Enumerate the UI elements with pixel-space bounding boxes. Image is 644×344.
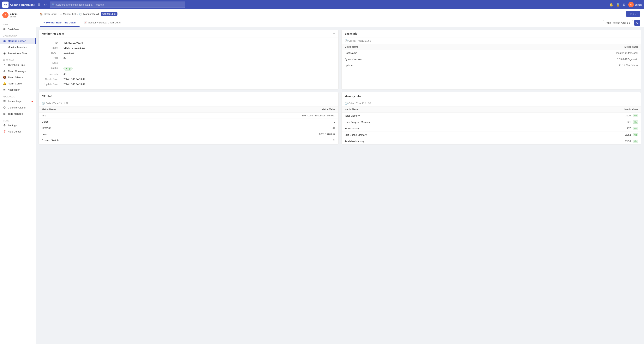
- sidebar-item-settings[interactable]: ⚙ Settings: [0, 122, 36, 128]
- collector-cluster-icon: ⬡: [3, 106, 6, 109]
- sidebar-item-threshold-rule[interactable]: △ Threshold Rule: [0, 62, 36, 68]
- sidebar-item-help-center[interactable]: ❓ Help Center: [0, 128, 36, 135]
- basic-info-title: Basic Info: [345, 32, 358, 35]
- app-body: A admin admin Main ⊞ DashBoard Monitorin…: [0, 9, 644, 344]
- settings-icon[interactable]: ⚙: [623, 3, 626, 7]
- sidebar-item-prometheus-task[interactable]: ◈ Prometheus Task: [0, 50, 36, 56]
- memory-info-card: Memory Info 🕐 Collect Time:13:11:52 Metr…: [341, 92, 642, 145]
- refresh-icon-button[interactable]: ↻: [634, 20, 640, 26]
- metric-name: Context Switch: [39, 137, 148, 144]
- help-button[interactable]: Help ⓘ: [626, 11, 640, 17]
- col-metric-value: Metric Value: [526, 107, 641, 113]
- edit-icon[interactable]: ✏: [333, 32, 335, 35]
- status-page-icon: ☰: [3, 100, 6, 103]
- sidebar-item-label: Prometheus Task: [8, 52, 27, 55]
- section-title-advanced: Advanced: [0, 95, 36, 98]
- field-label-update-time: Update Time: [44, 82, 58, 86]
- sidebar-item-collector-cluster[interactable]: ⬡ Collector Cluster: [0, 104, 36, 111]
- sidebar-item-status-page[interactable]: ☰ Status Page: [0, 98, 36, 104]
- metric-name: Total Memory: [342, 113, 526, 119]
- unit-badge: Mb: [633, 140, 638, 143]
- lock-icon[interactable]: 🔒: [616, 3, 620, 7]
- help-circle-icon: ⓘ: [635, 12, 638, 16]
- metric-name: Host Name: [342, 50, 478, 56]
- menu-icon[interactable]: ☰: [37, 2, 41, 7]
- tab-realtime[interactable]: ≡ Monitor Real-Time Detail: [40, 19, 80, 27]
- sidebar-item-label: Notification: [8, 88, 20, 91]
- alarm-converge-icon: ⊕: [3, 70, 6, 73]
- avatar: A: [628, 2, 634, 7]
- notification-bell-icon[interactable]: 🔔: [609, 3, 613, 7]
- field-value-status: Up: [64, 66, 332, 71]
- user-role: admin: [10, 16, 18, 18]
- search-input[interactable]: [56, 3, 183, 6]
- breadcrumb-dashboard[interactable]: DashBoard: [44, 13, 56, 16]
- field-value-id: 435352318798336: [64, 41, 332, 45]
- metric-value: Intel Xeon Processor (Icelake): [148, 113, 338, 119]
- breadcrumb: 🏠 DashBoard / ☰ Monitor List / 🕐 Monitor…: [36, 9, 644, 19]
- sidebar-item-label: Status Page: [8, 100, 22, 103]
- table-row: Host Name master-a1.test.local: [342, 50, 641, 56]
- sidebar-item-alarm-center[interactable]: 🔔 Alarm Center: [0, 80, 36, 87]
- cpu-header-row: Metric Name Metric Value: [39, 107, 338, 113]
- metric-name: Load: [39, 131, 148, 137]
- tab-historical-icon: 📈: [84, 21, 86, 24]
- unit-badge: Mb: [633, 121, 638, 124]
- tab-right-actions: Auto Refresh After 6 s ↻: [603, 20, 640, 26]
- monitor-template-icon: ☰: [3, 46, 6, 49]
- metric-value: 24: [148, 137, 338, 144]
- metric-value: 0.25 0.48 0.54: [148, 131, 338, 137]
- sidebar-item-dashboard[interactable]: ⊞ DashBoard: [0, 26, 36, 32]
- table-row: Info Intel Xeon Processor (Icelake): [39, 113, 338, 119]
- metric-name: Interrupt: [39, 125, 148, 131]
- field-label-id: ID: [44, 41, 58, 45]
- breadcrumb-home-icon: 🏠: [40, 13, 43, 16]
- basic-info-card: Basic Info 🕐 Collect Time:13:11:50 Metri…: [341, 30, 642, 90]
- memory-info-header: Memory Info: [342, 92, 641, 100]
- sidebar-item-monitor-center[interactable]: ◉ Monitor Center: [0, 38, 36, 44]
- memory-header-row: Metric Name Metric Value: [342, 107, 641, 113]
- github-icon[interactable]: ⊙: [43, 2, 48, 7]
- sidebar-item-tags-manage[interactable]: ⊞ Tags Manage: [0, 111, 36, 117]
- sidebar-item-label: Alarm Center: [8, 82, 23, 85]
- metric-value: 2: [148, 119, 338, 125]
- sidebar-item-label: Alarm Converge: [8, 70, 26, 73]
- user-name: admin: [10, 13, 18, 16]
- sidebar-item-alarm-silence[interactable]: 🔕 Alarm Silence: [0, 74, 36, 80]
- metric-name: Free Memory: [342, 125, 526, 132]
- sidebar-section-monitoring: Monitoring ◉ Monitor Center ☰ Monitor Te…: [0, 33, 36, 57]
- sidebar-item-monitor-template[interactable]: ☰ Monitor Template: [0, 44, 36, 50]
- table-row: Available Memory 2796 Mb: [342, 138, 641, 145]
- admin-avatar-area[interactable]: A admin: [628, 2, 642, 7]
- sidebar-item-label: Alarm Silence: [8, 76, 23, 79]
- table-row: Load 0.25 0.48 0.54: [39, 131, 338, 137]
- admin-label: admin: [635, 3, 642, 6]
- logo-box: HB: [2, 2, 8, 8]
- breadcrumb-monitor-list[interactable]: Monitor List: [63, 13, 76, 16]
- metric-value: master-a1.test.local: [478, 50, 641, 56]
- sidebar-item-label: Threshold Rule: [8, 64, 25, 67]
- tab-bar: ≡ Monitor Real-Time Detail 📈 Monitor His…: [36, 19, 644, 27]
- col-metric-name: Metric Name: [342, 44, 478, 50]
- table-row: Interrupt 41: [39, 125, 338, 131]
- auto-refresh-button[interactable]: Auto Refresh After 6 s: [603, 20, 633, 25]
- cpu-info-table: Metric Name Metric Value Info Intel Xeon…: [39, 107, 338, 143]
- sidebar-item-notification[interactable]: ✉ Notification: [0, 87, 36, 93]
- search-bar[interactable]: 🔍: [50, 2, 185, 8]
- field-label-intervals: Intervals: [44, 72, 58, 76]
- basic-info-collect-time: 🕐 Collect Time:13:11:50: [342, 38, 641, 44]
- status-badge: Up: [64, 67, 72, 71]
- breadcrumb-current: Monitor Detail: [84, 13, 99, 16]
- field-value-port: 22: [64, 56, 332, 60]
- sidebar: A admin admin Main ⊞ DashBoard Monitorin…: [0, 9, 36, 344]
- section-title-alerting: Alerting: [0, 58, 36, 62]
- cpu-info-card: CPU Info 🕐 Collect Time:13:11:52 Metric …: [38, 92, 339, 145]
- clock-icon-cpu: 🕐: [42, 102, 45, 105]
- basic-info-collect-time-value: Collect Time:13:11:50: [348, 40, 371, 42]
- user-avatar: A: [2, 12, 8, 18]
- sidebar-section-main: Main ⊞ DashBoard: [0, 21, 36, 33]
- tab-historical[interactable]: 📈 Monitor Historical Chart Detail: [80, 19, 125, 27]
- logo-abbr: HB: [4, 4, 7, 6]
- sidebar-item-alarm-converge[interactable]: ⊕ Alarm Converge: [0, 68, 36, 74]
- unit-badge: Mb: [633, 127, 638, 130]
